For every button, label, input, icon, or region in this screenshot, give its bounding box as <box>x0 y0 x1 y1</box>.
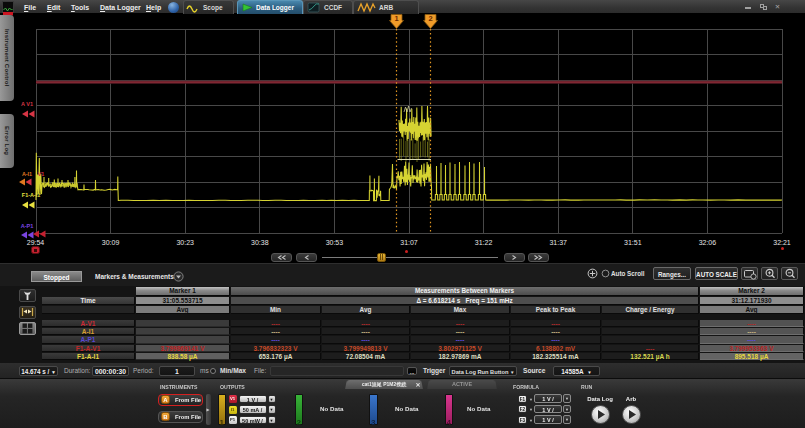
svg-text:2: 2 <box>428 14 432 23</box>
svg-text:1: 1 <box>394 14 398 23</box>
